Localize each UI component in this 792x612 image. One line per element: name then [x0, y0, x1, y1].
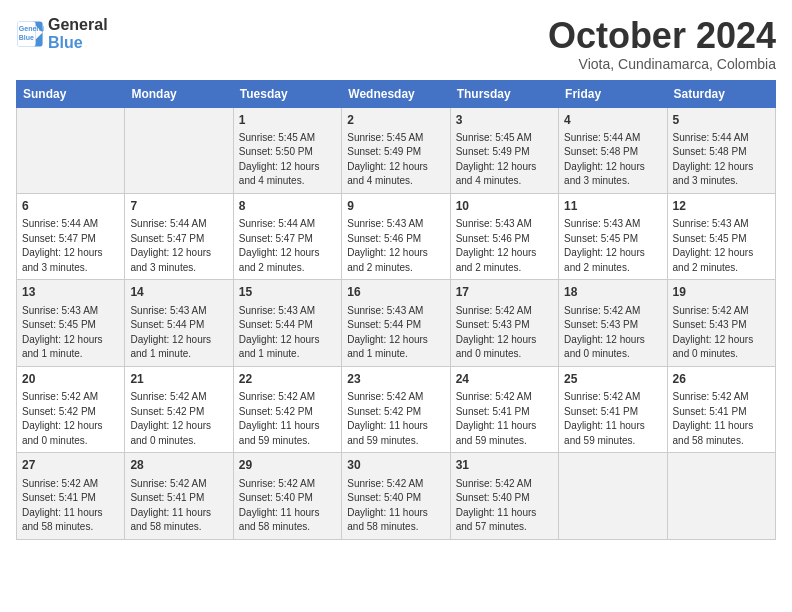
- day-info-line: Sunrise: 5:43 AM: [347, 217, 444, 232]
- day-number: 16: [347, 284, 444, 301]
- day-info-line: Sunset: 5:40 PM: [239, 491, 336, 506]
- day-number: 7: [130, 198, 227, 215]
- day-info-line: Sunset: 5:43 PM: [564, 318, 661, 333]
- day-cell: 18Sunrise: 5:42 AMSunset: 5:43 PMDayligh…: [559, 280, 667, 366]
- day-info-line: Daylight: 11 hours: [564, 419, 661, 434]
- day-number: 31: [456, 457, 553, 474]
- svg-text:General: General: [19, 25, 44, 32]
- day-number: 12: [673, 198, 770, 215]
- day-cell: 17Sunrise: 5:42 AMSunset: 5:43 PMDayligh…: [450, 280, 558, 366]
- day-info-line: Sunrise: 5:42 AM: [239, 390, 336, 405]
- day-cell: [17, 107, 125, 193]
- day-cell: [559, 453, 667, 539]
- day-cell: 31Sunrise: 5:42 AMSunset: 5:40 PMDayligh…: [450, 453, 558, 539]
- day-info-line: Daylight: 12 hours: [239, 246, 336, 261]
- day-info-line: Daylight: 12 hours: [22, 333, 119, 348]
- day-info-line: and 3 minutes.: [564, 174, 661, 189]
- week-row-1: 1Sunrise: 5:45 AMSunset: 5:50 PMDaylight…: [17, 107, 776, 193]
- day-info-line: Daylight: 11 hours: [347, 419, 444, 434]
- day-info-line: Daylight: 12 hours: [347, 246, 444, 261]
- day-cell: 3Sunrise: 5:45 AMSunset: 5:49 PMDaylight…: [450, 107, 558, 193]
- day-number: 28: [130, 457, 227, 474]
- day-info-line: and 2 minutes.: [673, 261, 770, 276]
- day-number: 5: [673, 112, 770, 129]
- week-row-3: 13Sunrise: 5:43 AMSunset: 5:45 PMDayligh…: [17, 280, 776, 366]
- day-cell: 7Sunrise: 5:44 AMSunset: 5:47 PMDaylight…: [125, 193, 233, 279]
- day-info-line: Daylight: 11 hours: [456, 506, 553, 521]
- day-info-line: Sunset: 5:42 PM: [22, 405, 119, 420]
- day-info-line: Daylight: 11 hours: [239, 419, 336, 434]
- day-number: 20: [22, 371, 119, 388]
- day-cell: 26Sunrise: 5:42 AMSunset: 5:41 PMDayligh…: [667, 366, 775, 452]
- svg-text:Blue: Blue: [19, 33, 34, 40]
- day-number: 23: [347, 371, 444, 388]
- day-cell: 15Sunrise: 5:43 AMSunset: 5:44 PMDayligh…: [233, 280, 341, 366]
- day-info-line: Sunset: 5:41 PM: [673, 405, 770, 420]
- day-number: 21: [130, 371, 227, 388]
- day-info-line: Daylight: 12 hours: [673, 160, 770, 175]
- day-info-line: Daylight: 11 hours: [239, 506, 336, 521]
- day-info-line: Sunrise: 5:44 AM: [130, 217, 227, 232]
- day-info-line: Sunset: 5:48 PM: [564, 145, 661, 160]
- day-info-line: Sunrise: 5:42 AM: [347, 390, 444, 405]
- day-info-line: Sunset: 5:43 PM: [673, 318, 770, 333]
- day-info-line: and 57 minutes.: [456, 520, 553, 535]
- day-cell: 9Sunrise: 5:43 AMSunset: 5:46 PMDaylight…: [342, 193, 450, 279]
- logo: General Blue General Blue: [16, 16, 108, 51]
- day-info-line: Daylight: 12 hours: [673, 333, 770, 348]
- day-number: 8: [239, 198, 336, 215]
- day-info-line: and 59 minutes.: [564, 434, 661, 449]
- day-info-line: and 1 minute.: [130, 347, 227, 362]
- day-info-line: and 59 minutes.: [347, 434, 444, 449]
- day-info-line: Sunset: 5:47 PM: [239, 232, 336, 247]
- day-cell: 12Sunrise: 5:43 AMSunset: 5:45 PMDayligh…: [667, 193, 775, 279]
- day-info-line: Daylight: 12 hours: [456, 160, 553, 175]
- day-info-line: and 2 minutes.: [347, 261, 444, 276]
- day-cell: 8Sunrise: 5:44 AMSunset: 5:47 PMDaylight…: [233, 193, 341, 279]
- day-info-line: and 0 minutes.: [673, 347, 770, 362]
- day-info-line: Sunrise: 5:42 AM: [22, 477, 119, 492]
- col-header-monday: Monday: [125, 80, 233, 107]
- col-header-wednesday: Wednesday: [342, 80, 450, 107]
- day-info-line: Sunrise: 5:45 AM: [347, 131, 444, 146]
- day-info-line: and 2 minutes.: [564, 261, 661, 276]
- day-info-line: Sunset: 5:41 PM: [564, 405, 661, 420]
- title-block: October 2024 Viota, Cundinamarca, Colomb…: [548, 16, 776, 72]
- day-info-line: Daylight: 12 hours: [564, 333, 661, 348]
- day-info-line: and 0 minutes.: [564, 347, 661, 362]
- day-info-line: and 58 minutes.: [347, 520, 444, 535]
- day-info-line: Daylight: 12 hours: [130, 419, 227, 434]
- day-info-line: Sunset: 5:48 PM: [673, 145, 770, 160]
- day-cell: 24Sunrise: 5:42 AMSunset: 5:41 PMDayligh…: [450, 366, 558, 452]
- day-info-line: Sunrise: 5:44 AM: [564, 131, 661, 146]
- day-info-line: Sunrise: 5:42 AM: [239, 477, 336, 492]
- day-cell: 16Sunrise: 5:43 AMSunset: 5:44 PMDayligh…: [342, 280, 450, 366]
- day-info-line: Daylight: 12 hours: [564, 160, 661, 175]
- day-info-line: Daylight: 12 hours: [22, 419, 119, 434]
- day-info-line: and 1 minute.: [239, 347, 336, 362]
- day-cell: 27Sunrise: 5:42 AMSunset: 5:41 PMDayligh…: [17, 453, 125, 539]
- day-info-line: Daylight: 12 hours: [347, 333, 444, 348]
- day-info-line: Sunrise: 5:42 AM: [673, 304, 770, 319]
- day-info-line: Sunrise: 5:45 AM: [456, 131, 553, 146]
- day-info-line: Daylight: 12 hours: [130, 246, 227, 261]
- week-row-4: 20Sunrise: 5:42 AMSunset: 5:42 PMDayligh…: [17, 366, 776, 452]
- day-info-line: Sunset: 5:44 PM: [130, 318, 227, 333]
- day-number: 18: [564, 284, 661, 301]
- day-cell: 19Sunrise: 5:42 AMSunset: 5:43 PMDayligh…: [667, 280, 775, 366]
- day-info-line: Daylight: 12 hours: [673, 246, 770, 261]
- calendar-table: SundayMondayTuesdayWednesdayThursdayFrid…: [16, 80, 776, 540]
- day-info-line: Sunrise: 5:42 AM: [456, 304, 553, 319]
- day-cell: 25Sunrise: 5:42 AMSunset: 5:41 PMDayligh…: [559, 366, 667, 452]
- logo-icon: General Blue: [16, 20, 44, 48]
- day-cell: 23Sunrise: 5:42 AMSunset: 5:42 PMDayligh…: [342, 366, 450, 452]
- day-info-line: Daylight: 11 hours: [347, 506, 444, 521]
- day-info-line: Sunrise: 5:43 AM: [456, 217, 553, 232]
- day-number: 11: [564, 198, 661, 215]
- day-info-line: Daylight: 12 hours: [239, 333, 336, 348]
- day-number: 4: [564, 112, 661, 129]
- day-number: 15: [239, 284, 336, 301]
- day-number: 19: [673, 284, 770, 301]
- day-cell: 21Sunrise: 5:42 AMSunset: 5:42 PMDayligh…: [125, 366, 233, 452]
- day-info-line: Sunrise: 5:42 AM: [347, 477, 444, 492]
